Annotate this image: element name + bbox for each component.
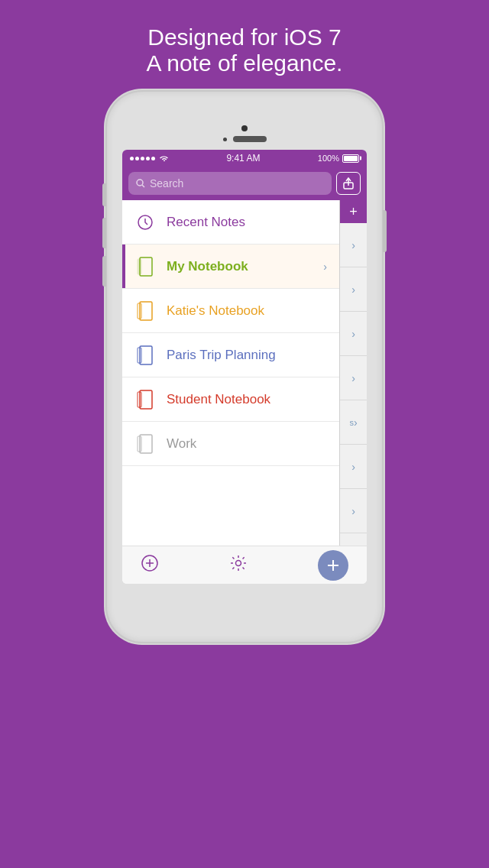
signal-dot-1 (130, 157, 134, 160)
side-panel-add[interactable]: + (340, 200, 367, 223)
search-bar: Search (122, 167, 367, 200)
speaker-grille (233, 136, 267, 142)
my-notebook-label: My Notebook (167, 259, 313, 274)
paris-label: Paris Trip Planning (167, 348, 327, 363)
search-input-wrap[interactable]: Search (128, 172, 332, 195)
selected-indicator (122, 245, 125, 288)
my-notebook-icon (134, 256, 156, 277)
recent-notes-label: Recent Notes (167, 215, 327, 230)
share-icon (343, 177, 354, 189)
fab-add-icon (326, 559, 340, 572)
svg-rect-6 (138, 259, 141, 274)
list-item-work[interactable]: Work (122, 422, 339, 466)
side-panel-item-s[interactable]: s› (340, 400, 367, 445)
tagline: Designed for iOS 7 A note of elegance. (147, 24, 343, 76)
mic-dot (223, 138, 227, 141)
list-area-wrapper: Recent Notes My Notebook › (122, 200, 367, 546)
add-note-button[interactable] (141, 554, 159, 577)
signal-dot-5 (151, 157, 155, 160)
side-panel-item-4[interactable]: › (340, 356, 367, 400)
list-item-katies[interactable]: Katie's Notebook (122, 289, 339, 333)
katies-label: Katie's Notebook (167, 303, 327, 319)
status-bar: 9:41 AM 100% (122, 150, 367, 167)
signal-dots (130, 157, 155, 160)
wifi-icon (160, 154, 169, 163)
tagline-line2: A note of elegance. (147, 50, 343, 76)
phone-screen: 9:41 AM 100% Search (122, 150, 367, 584)
paris-notebook-icon (134, 345, 156, 366)
svg-line-1 (142, 185, 144, 187)
volume-up-button[interactable] (102, 218, 106, 248)
side-panel-item-2[interactable]: › (340, 267, 367, 312)
volume-down-button[interactable] (102, 256, 106, 287)
clock-icon (134, 212, 156, 233)
battery-icon (342, 154, 359, 163)
student-label: Student Notebook (167, 392, 327, 407)
power-button[interactable] (383, 210, 387, 252)
phone-shell: 9:41 AM 100% Search (107, 92, 382, 642)
svg-point-19 (236, 561, 241, 566)
side-panel-item-6[interactable]: › (340, 489, 367, 533)
share-button[interactable] (336, 172, 361, 195)
side-panel-item-1[interactable]: › (340, 223, 367, 267)
notebook-list: Recent Notes My Notebook › (122, 200, 339, 546)
search-placeholder: Search (150, 177, 183, 189)
camera-dot (241, 125, 248, 131)
phone-top-bezel (107, 92, 382, 150)
side-panel-item-5[interactable]: › (340, 445, 367, 489)
fab-button[interactable] (318, 550, 348, 581)
battery-fill (344, 156, 358, 161)
search-icon (136, 179, 145, 188)
add-note-icon (141, 554, 159, 572)
svg-point-0 (137, 180, 143, 186)
list-item-recent[interactable]: Recent Notes (122, 200, 339, 245)
signal-dot-3 (141, 157, 144, 160)
list-item-student[interactable]: Student Notebook (122, 377, 339, 422)
status-time: 9:41 AM (226, 153, 260, 164)
list-item-paris[interactable]: Paris Trip Planning (122, 333, 339, 377)
status-right: 100% (318, 154, 359, 163)
speaker-area (223, 136, 267, 142)
katies-notebook-icon (134, 300, 156, 322)
status-left (130, 154, 169, 163)
work-notebook-icon (134, 433, 156, 455)
student-notebook-icon (134, 389, 156, 410)
signal-dot-2 (135, 157, 139, 160)
settings-button[interactable] (230, 555, 247, 575)
settings-icon (230, 555, 247, 572)
signal-dot-4 (146, 157, 150, 160)
list-item-my-notebook[interactable]: My Notebook › (122, 245, 339, 289)
side-panel-item-3[interactable]: › (340, 312, 367, 356)
work-label: Work (167, 436, 327, 452)
bottom-toolbar (122, 546, 367, 584)
battery-percent: 100% (318, 154, 339, 163)
my-notebook-chevron: › (323, 261, 327, 273)
tagline-line1: Designed for iOS 7 (147, 24, 343, 50)
side-panel: + › › › › s› › › (339, 200, 367, 546)
